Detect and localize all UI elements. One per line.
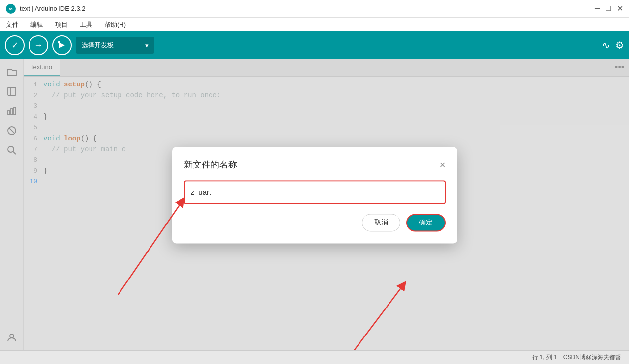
status-bar: 行 1, 列 1 CSDN博@深海夫都督 xyxy=(0,350,629,364)
maximize-button[interactable]: □ xyxy=(606,4,611,13)
debug-button[interactable] xyxy=(52,35,72,55)
upload-button[interactable]: → xyxy=(29,35,48,55)
svg-point-1 xyxy=(58,41,60,44)
board-select[interactable]: 选择开发板 ▾ xyxy=(76,37,154,54)
title-bar: ∞ text | Arduino IDE 2.3.2 ─ □ ✕ xyxy=(0,0,629,18)
new-file-input[interactable] xyxy=(185,181,445,203)
board-select-label: 选择开发板 xyxy=(82,41,114,50)
confirm-button[interactable]: 确定 xyxy=(406,214,446,231)
signal-icon[interactable]: ∿ xyxy=(602,39,610,51)
menu-project[interactable]: 项目 xyxy=(53,19,70,30)
status-info: CSDN博@深海夫都督 xyxy=(563,353,621,362)
dialog-header: 新文件的名称 × xyxy=(184,159,446,170)
svg-marker-0 xyxy=(59,42,65,48)
menu-tools[interactable]: 工具 xyxy=(78,19,94,30)
cancel-button[interactable]: 取消 xyxy=(362,214,400,231)
minimize-button[interactable]: ─ xyxy=(595,4,600,13)
menu-help[interactable]: 帮助(H) xyxy=(102,19,128,30)
dialog-close-button[interactable]: × xyxy=(440,160,446,169)
close-button[interactable]: ✕ xyxy=(617,4,623,13)
menu-bar: 文件 编辑 项目 工具 帮助(H) xyxy=(0,18,629,31)
menu-edit[interactable]: 编辑 xyxy=(29,19,45,30)
main-layout: text.ino ••• 1 void setup() { 2 // put y… xyxy=(0,59,629,350)
toolbar: ✓ → 选择开发板 ▾ ∿ ⚙ xyxy=(0,31,629,59)
app-title: text | Arduino IDE 2.3.2 xyxy=(20,5,85,12)
dialog-buttons: 取消 确定 xyxy=(184,214,446,231)
app-logo: ∞ xyxy=(6,4,16,14)
settings-icon[interactable]: ⚙ xyxy=(615,39,624,51)
verify-button[interactable]: ✓ xyxy=(5,35,25,55)
dialog-title: 新文件的名称 xyxy=(184,159,237,170)
dialog-input-wrapper xyxy=(184,180,446,204)
menu-file[interactable]: 文件 xyxy=(4,19,21,30)
status-position: 行 1, 列 1 xyxy=(532,353,557,362)
new-file-dialog: 新文件的名称 × 取消 确定 xyxy=(172,147,457,243)
